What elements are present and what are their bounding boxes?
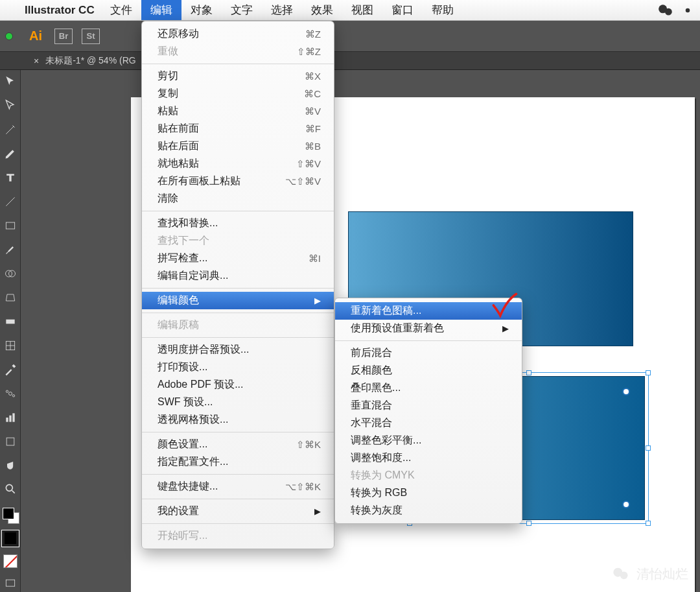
artboard-tool[interactable]: [2, 433, 19, 449]
resize-handle[interactable]: [646, 445, 651, 451]
menu-view[interactable]: 视图: [342, 0, 382, 20]
menu-item-shortcut: ⌘F: [305, 123, 321, 135]
svg-point-9: [6, 390, 8, 392]
menu-item-g2-5[interactable]: 就地粘贴⇧⌘V: [142, 155, 334, 172]
document-tab[interactable]: × 未标题-1* @ 54% (RG: [27, 55, 143, 67]
traffic-green[interactable]: [5, 32, 13, 40]
menu-item-g2-7[interactable]: 清除: [142, 190, 334, 207]
submenu-arrow-icon: ▶: [314, 506, 321, 516]
menu-item-g2-6[interactable]: 在所有画板上粘贴⌥⇧⌘V: [142, 172, 334, 190]
bridge-button[interactable]: Br: [54, 29, 73, 44]
resize-handle[interactable]: [646, 370, 651, 375]
menu-item-g8-0[interactable]: 键盘快捷键...⌥⇧⌘K: [142, 478, 334, 495]
close-icon[interactable]: ×: [34, 56, 39, 66]
menu-object[interactable]: 对象: [181, 0, 222, 20]
menu-item-label: 反相颜色: [351, 364, 392, 377]
menu-item-g3-2[interactable]: 拼写检查...⌘I: [142, 250, 334, 267]
window-controls[interactable]: [5, 32, 13, 40]
menu-item-shortcut: ⌘C: [304, 88, 321, 100]
menu-item-g2-3[interactable]: 垂直混合: [335, 397, 522, 414]
menu-item-g1-0[interactable]: 重新着色图稿...: [335, 302, 522, 320]
menu-item-g1-1[interactable]: 使用预设值重新着色▶: [335, 320, 522, 337]
gradient-tool[interactable]: [2, 313, 19, 329]
menu-item-g2-0[interactable]: 剪切⌘X: [142, 67, 334, 85]
color-mode-button[interactable]: [2, 530, 19, 547]
direct-selection-tool[interactable]: [2, 98, 19, 114]
menu-item-label: 贴在后面: [158, 139, 199, 153]
menu-item-label: 转换为 CMYK: [351, 469, 415, 482]
menu-item-label: 水平混合: [351, 416, 392, 430]
menu-item-g2-1[interactable]: 反相颜色: [335, 362, 522, 379]
perspective-tool[interactable]: [2, 289, 19, 305]
menu-item-g2-2[interactable]: 粘贴⌘V: [142, 102, 334, 120]
menu-edit[interactable]: 编辑: [141, 0, 181, 20]
svg-rect-6: [6, 320, 14, 324]
menu-item-g2-8[interactable]: 转换为 RGB: [335, 484, 522, 502]
mesh-tool[interactable]: [2, 337, 19, 353]
resize-handle[interactable]: [646, 521, 651, 526]
menu-item-g2-5[interactable]: 调整色彩平衡...: [335, 432, 522, 449]
menu-item-label: 查找下一个: [158, 234, 209, 248]
menu-item-g6-3[interactable]: SWF 预设...: [142, 394, 334, 411]
selection-tool[interactable]: [2, 74, 19, 90]
menu-file[interactable]: 文件: [101, 0, 141, 20]
menu-item-shortcut: ⌘B: [305, 141, 321, 152]
menu-item-g6-2[interactable]: Adobe PDF 预设...: [142, 376, 334, 394]
menu-item-label: 重新着色图稿...: [351, 304, 421, 318]
fill-stroke-swatch[interactable]: [3, 508, 18, 523]
menu-item-label: 编辑自定词典...: [158, 269, 228, 283]
menu-item-g1-0[interactable]: 还原移动⌘Z: [142, 25, 334, 43]
menu-item-g3-3[interactable]: 编辑自定词典...: [142, 267, 334, 285]
illustrator-icon[interactable]: Ai: [26, 27, 45, 45]
menu-item-shortcut: ⌘I: [309, 253, 321, 265]
symbol-sprayer-tool[interactable]: [2, 385, 19, 401]
stock-button[interactable]: St: [82, 29, 100, 44]
menu-item-g6-0[interactable]: 透明度拼合器预设...: [142, 341, 334, 359]
menu-item-g6-1[interactable]: 打印预设...: [142, 359, 334, 376]
anchor-point[interactable]: [622, 501, 630, 508]
pen-tool[interactable]: [2, 146, 19, 162]
rectangle-tool[interactable]: [2, 218, 19, 234]
menu-item-shortcut: ⇧⌘Z: [297, 46, 321, 58]
menu-item-g3-0[interactable]: 查找和替换...: [142, 215, 334, 232]
resize-handle[interactable]: [526, 370, 531, 375]
brush-tool[interactable]: [2, 242, 19, 258]
zoom-tool[interactable]: [2, 481, 19, 497]
screen-mode-button[interactable]: [2, 576, 19, 592]
document-title: 未标题-1* @ 54% (RG: [45, 55, 135, 67]
menu-item-g2-1[interactable]: 复制⌘C: [142, 85, 334, 102]
menu-item-g2-3[interactable]: 贴在前面⌘F: [142, 120, 334, 137]
eyedropper-tool[interactable]: [2, 361, 19, 377]
shape-builder-tool[interactable]: [2, 266, 19, 282]
line-tool[interactable]: [2, 194, 19, 210]
hand-tool[interactable]: [2, 457, 19, 473]
menu-window[interactable]: 窗口: [382, 0, 423, 20]
magic-wand-tool[interactable]: [2, 122, 19, 138]
menu-help[interactable]: 帮助: [423, 0, 463, 20]
menu-item-g2-4[interactable]: 贴在后面⌘B: [142, 137, 334, 155]
resize-handle[interactable]: [526, 521, 531, 526]
menu-item-g2-6[interactable]: 调整饱和度...: [335, 449, 522, 467]
menu-item-g7-0[interactable]: 颜色设置...⇧⌘K: [142, 436, 334, 453]
graph-tool[interactable]: [2, 409, 19, 425]
none-color-button[interactable]: [3, 554, 18, 568]
menu-item-g9-0[interactable]: 我的设置▶: [142, 503, 334, 520]
menu-item-g2-9[interactable]: 转换为灰度: [335, 502, 522, 519]
menu-item-label: 指定配置文件...: [158, 455, 228, 469]
menu-item-g4-0[interactable]: 编辑颜色▶: [142, 292, 334, 309]
menu-item-g2-4[interactable]: 水平混合: [335, 414, 522, 432]
menu-item-g7-1[interactable]: 指定配置文件...: [142, 453, 334, 471]
menu-item-g2-0[interactable]: 前后混合: [335, 344, 522, 362]
menu-item-label: 查找和替换...: [158, 217, 218, 230]
wechat-icon[interactable]: [657, 2, 674, 19]
menu-effect[interactable]: 效果: [302, 0, 342, 20]
anchor-point[interactable]: [622, 388, 630, 396]
menu-type[interactable]: 文字: [222, 0, 262, 20]
submenu-arrow-icon: ▶: [314, 296, 321, 305]
menu-item-label: 键盘快捷键...: [158, 480, 218, 493]
type-tool[interactable]: [2, 170, 19, 186]
menu-item-g6-4[interactable]: 透视网格预设...: [142, 411, 334, 429]
menu-select[interactable]: 选择: [262, 0, 302, 20]
menu-item-label: 调整饱和度...: [351, 451, 411, 465]
menu-item-g2-2[interactable]: 叠印黑色...: [335, 379, 522, 397]
